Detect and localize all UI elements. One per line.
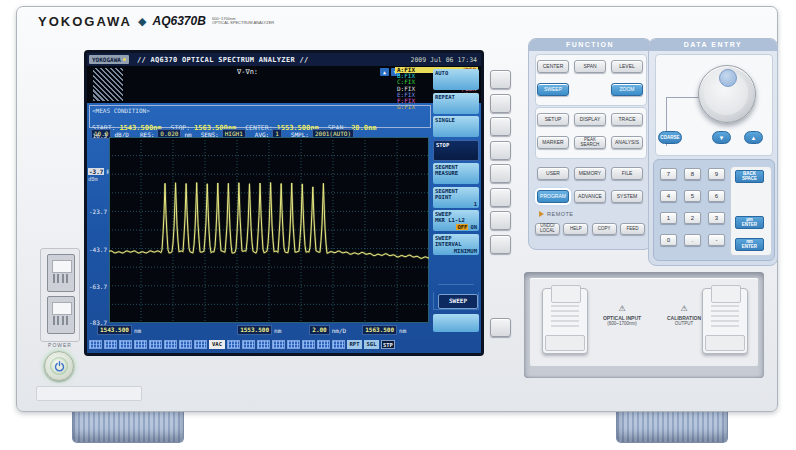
memory-button[interactable]: MEMORY — [574, 167, 606, 180]
rotary-knob[interactable] — [698, 65, 756, 123]
softkey-button-8[interactable] — [490, 235, 511, 254]
µm-enter-key[interactable]: µmENTER — [735, 216, 764, 229]
softkey-button-2[interactable] — [490, 94, 511, 113]
softkey-button-5[interactable] — [490, 164, 511, 183]
back-space-key[interactable]: BACKSPACE — [735, 170, 764, 183]
x-right-value: 1563.500 — [362, 325, 397, 335]
data-entry-panel: DATA ENTRY COARSE ▼ ▲ 7894561230.- BACKS… — [648, 38, 778, 266]
digit-key-9[interactable]: 9 — [708, 168, 725, 180]
screen-vendor-tag: YOKOGAWA — [89, 55, 129, 64]
digit-key-6[interactable]: 6 — [708, 190, 725, 202]
status-icon — [179, 340, 192, 349]
digit-key-3[interactable]: 3 — [708, 212, 725, 224]
button-label: SETUP — [545, 117, 562, 122]
foot-right — [616, 408, 728, 443]
file-button[interactable]: FILE — [611, 167, 643, 180]
trace-button[interactable]: TRACE — [611, 113, 643, 126]
program-button[interactable]: PROGRAM — [537, 190, 569, 203]
helpbutton[interactable]: HELP — [563, 223, 588, 235]
function-row-1: CENTERSPANLEVEL — [535, 60, 645, 73]
button-label: MARKER — [542, 140, 563, 145]
step-down-button[interactable]: ▼ — [712, 131, 731, 144]
peak-button[interactable]: PEAKSEARCH — [574, 136, 606, 149]
softkey-button-9[interactable] — [490, 318, 511, 337]
ref-level-value: -3.7 — [88, 168, 104, 175]
status-repeat: RPT — [347, 340, 362, 349]
x-left-unit: nm — [134, 327, 141, 334]
display-button[interactable]: DISPLAY — [574, 113, 606, 126]
softkey-sweep: SWEEPMKR L1-L2OFFON — [433, 210, 479, 231]
status-icon — [164, 340, 177, 349]
softkey-auto: AUTO — [433, 69, 479, 90]
sweep-menu-tab-label: SWEEP — [438, 294, 478, 309]
usb-port-top[interactable] — [47, 254, 75, 292]
softkey-menu: AUTOREPEATSINGLESTOPSEGMENTMEASURESEGMEN… — [433, 66, 479, 352]
rotary-knob-dimple — [719, 69, 737, 87]
analysis-button[interactable]: ANALYSIS — [611, 136, 643, 149]
setup-button[interactable]: SETUP — [537, 113, 569, 126]
status-icon — [149, 340, 162, 349]
softkey-segment: SEGMENTMEASURE — [433, 163, 479, 184]
knob-zone: COARSE ▼ ▲ — [655, 54, 773, 156]
calibration-output-cover[interactable] — [702, 288, 748, 354]
feedbutton[interactable]: FEED — [620, 223, 645, 235]
button-label: FEED — [626, 227, 638, 232]
button-label: PROGRAM — [540, 194, 566, 199]
status-icon — [302, 340, 315, 349]
blank-label-plate — [36, 386, 142, 401]
span-button[interactable]: SPAN — [574, 60, 606, 73]
foot-left — [72, 408, 184, 443]
button-spacer — [574, 83, 606, 96]
optical-input-cover[interactable] — [542, 288, 588, 354]
level-button[interactable]: LEVEL — [611, 60, 643, 73]
digit-key-7[interactable]: 7 — [660, 168, 677, 180]
nm-enter-key[interactable]: nmENTER — [735, 238, 764, 251]
advance-button[interactable]: ADVANCE — [574, 190, 606, 203]
undo-button[interactable]: UNDO/LOCAL — [535, 223, 560, 235]
softkey-button-1[interactable] — [490, 70, 511, 89]
softkey-button-4[interactable] — [490, 141, 511, 160]
digit-key-0[interactable]: 0 — [660, 234, 677, 246]
user-button[interactable]: USER — [537, 167, 569, 180]
softkey-blank — [433, 314, 479, 332]
digit-key-dot[interactable]: . — [684, 234, 701, 246]
digit-key-8[interactable]: 8 — [684, 168, 701, 180]
usb-port-bottom[interactable] — [47, 296, 75, 334]
button-label: TRACE — [619, 117, 636, 122]
softkey-sweep: SWEEPINTERVALMINIMUM — [433, 234, 479, 255]
digit-key-2[interactable]: 2 — [684, 212, 701, 224]
softkey-line2: MEASURE — [435, 170, 477, 176]
digit-key-5[interactable]: 5 — [684, 190, 701, 202]
system-button[interactable]: SYSTEM — [611, 190, 643, 203]
digit-key-minus[interactable]: - — [708, 234, 725, 246]
softkey-stop: STOP — [433, 140, 479, 161]
vendor-dot-icon — [123, 58, 126, 61]
y-axis-tick: -23.7 — [87, 208, 107, 215]
digit-key-4[interactable]: 4 — [660, 190, 677, 202]
function-row-4: MARKERPEAKSEARCHANALYSIS — [535, 136, 645, 149]
softkey-button-6[interactable] — [490, 188, 511, 207]
marker-button[interactable]: MARKER — [537, 136, 569, 149]
sweep-button[interactable]: SWEEP — [537, 83, 569, 96]
button-label2: SEARCH — [581, 143, 600, 148]
copybutton[interactable]: COPY — [592, 223, 617, 235]
step-up-button[interactable]: ▲ — [744, 131, 763, 144]
screen-datetime: 2009 Jul 06 17:34 — [410, 56, 477, 64]
x-center-unit: nm — [274, 327, 281, 334]
softkey-line2: MKR L1-L2 — [435, 217, 477, 223]
screen-header: YOKOGAWA // AQ6370 OPTICAL SPECTRUM ANAL… — [87, 53, 481, 66]
softkey-button-3[interactable] — [490, 117, 511, 136]
digit-key-1[interactable]: 1 — [660, 212, 677, 224]
button-label: DISPLAY — [580, 117, 601, 122]
x-left-value: 1543.500 — [97, 325, 132, 335]
zoom-button[interactable]: ZOOM — [611, 83, 643, 96]
power-button[interactable] — [44, 351, 74, 381]
softkey-button-7[interactable] — [490, 211, 511, 230]
marker-readout: ∇-∇n: — [237, 68, 258, 76]
center-button[interactable]: CENTER — [537, 60, 569, 73]
coarse-button[interactable]: COARSE — [658, 131, 682, 144]
spectrum-graph — [109, 137, 429, 323]
softkey-line1: STOP — [436, 142, 476, 148]
toggle-on: ON — [470, 224, 477, 230]
connector-bay-plate: ⚠ OPTICAL INPUT (600~1700nm) ⚠ CALIBRATI… — [530, 278, 758, 366]
